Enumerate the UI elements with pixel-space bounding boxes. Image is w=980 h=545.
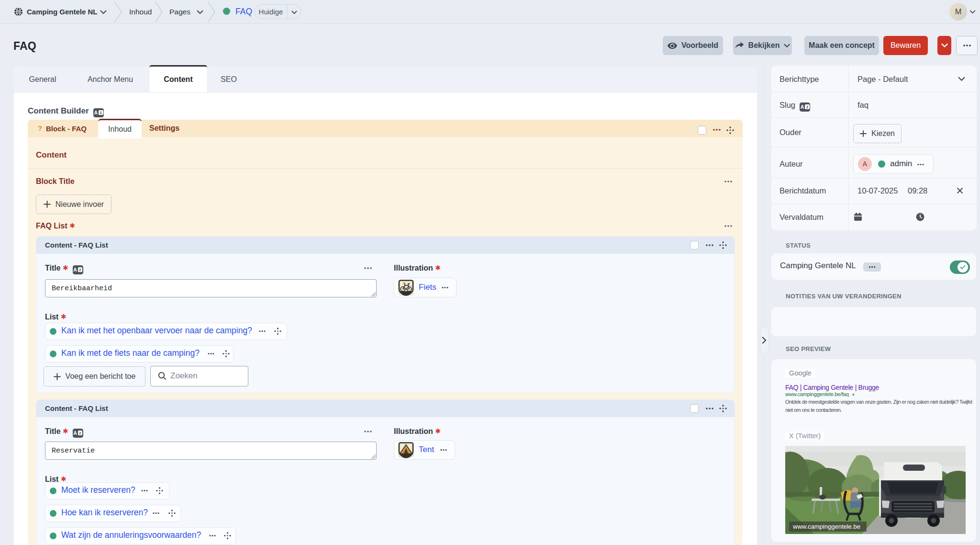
svg-text:www.campinggentele.be: www.campinggentele.be [792, 523, 860, 530]
